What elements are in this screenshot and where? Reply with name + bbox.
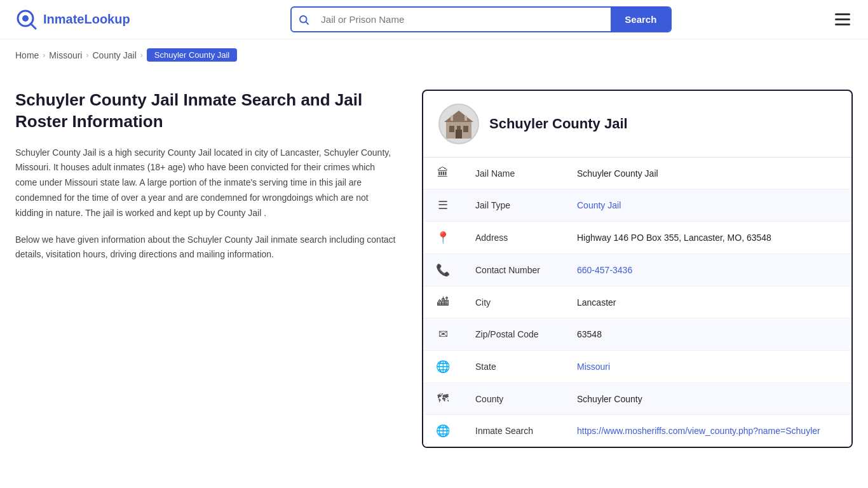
left-column: Schuyler County Jail Inmate Search and J… <box>15 90 422 448</box>
hamburger-menu[interactable] <box>832 11 853 28</box>
row-link[interactable]: Missouri <box>577 362 610 372</box>
breadcrumb-home[interactable]: Home <box>15 50 39 60</box>
breadcrumb-sep-1: › <box>43 51 45 60</box>
row-icon: 🏛 <box>423 158 463 189</box>
row-value: Schuyler County <box>564 383 851 415</box>
table-row: 📍AddressHighway 146 PO Box 355, Lancaste… <box>423 222 851 254</box>
row-label: City <box>463 287 564 318</box>
table-row: 🏙CityLancaster <box>423 287 851 318</box>
row-value[interactable]: 660-457-3436 <box>564 254 851 287</box>
table-row: 🌐Inmate Searchhttps://www.mosheriffs.com… <box>423 415 851 447</box>
svg-marker-6 <box>444 111 473 122</box>
table-row: ✉Zip/Postal Code63548 <box>423 318 851 351</box>
row-label: Zip/Postal Code <box>463 318 564 351</box>
row-link[interactable]: https://www.mosheriffs.com/view_county.p… <box>577 426 820 436</box>
main-content: Schuyler County Jail Inmate Search and J… <box>0 71 868 467</box>
svg-line-2 <box>31 24 36 29</box>
svg-point-3 <box>300 16 307 23</box>
row-icon: ☰ <box>423 189 463 222</box>
row-value[interactable]: County Jail <box>564 189 851 222</box>
row-icon: 🗺 <box>423 383 463 415</box>
breadcrumb: Home › Missouri › County Jail › Schuyler… <box>0 39 868 71</box>
row-icon: 📍 <box>423 222 463 254</box>
info-card: Schuyler County Jail 🏛Jail NameSchuyler … <box>422 90 853 448</box>
svg-rect-10 <box>456 130 462 139</box>
breadcrumb-sep-2: › <box>86 51 88 60</box>
row-icon: 🏙 <box>423 287 463 318</box>
row-link[interactable]: County Jail <box>577 200 621 210</box>
search-icon <box>292 14 316 25</box>
row-label: Inmate Search <box>463 415 564 447</box>
breadcrumb-state[interactable]: Missouri <box>49 50 82 60</box>
logo-icon <box>15 8 38 31</box>
breadcrumb-current: Schuyler County Jail <box>147 48 238 62</box>
row-label: County <box>463 383 564 415</box>
row-icon: ✉ <box>423 318 463 351</box>
card-jail-name: Schuyler County Jail <box>489 116 628 132</box>
page-title: Schuyler County Jail Inmate Search and J… <box>15 90 397 133</box>
row-icon: 📞 <box>423 254 463 287</box>
svg-point-1 <box>22 15 29 22</box>
row-icon: 🌐 <box>423 415 463 447</box>
logo-text: InmateLookup <box>43 12 130 27</box>
info-card-header: Schuyler County Jail <box>423 91 851 158</box>
search-input[interactable] <box>316 8 611 31</box>
row-label: Jail Name <box>463 158 564 189</box>
logo-link[interactable]: InmateLookup <box>15 8 130 31</box>
row-value[interactable]: https://www.mosheriffs.com/view_county.p… <box>564 415 851 447</box>
row-value: Schuyler County Jail <box>564 158 851 189</box>
info-table: 🏛Jail NameSchuyler County Jail☰Jail Type… <box>423 158 851 447</box>
right-column: Schuyler County Jail 🏛Jail NameSchuyler … <box>422 90 853 448</box>
row-value: 63548 <box>564 318 851 351</box>
table-row: 🏛Jail NameSchuyler County Jail <box>423 158 851 189</box>
page-description-1: Schuyler County Jail is a high security … <box>15 146 397 221</box>
row-value: Highway 146 PO Box 355, Lancaster, MO, 6… <box>564 222 851 254</box>
table-row: 🗺CountySchuyler County <box>423 383 851 415</box>
row-label: State <box>463 351 564 383</box>
row-value[interactable]: Missouri <box>564 351 851 383</box>
page-description-2: Below we have given information about th… <box>15 233 397 263</box>
row-label: Address <box>463 222 564 254</box>
table-row: ☰Jail TypeCounty Jail <box>423 189 851 222</box>
svg-rect-7 <box>449 126 454 132</box>
jail-building-icon <box>443 108 475 140</box>
svg-line-4 <box>306 22 309 24</box>
breadcrumb-sep-3: › <box>140 51 143 60</box>
svg-rect-9 <box>463 126 468 132</box>
jail-avatar <box>438 104 479 144</box>
table-row: 🌐StateMissouri <box>423 351 851 383</box>
site-header: InmateLookup Search <box>0 0 868 39</box>
row-link[interactable]: 660-457-3436 <box>577 265 632 275</box>
breadcrumb-type[interactable]: County Jail <box>92 50 136 60</box>
search-wrapper: Search <box>290 6 672 32</box>
row-value: Lancaster <box>564 287 851 318</box>
row-icon: 🌐 <box>423 351 463 383</box>
row-label: Jail Type <box>463 189 564 222</box>
svg-rect-11 <box>451 116 453 121</box>
table-row: 📞Contact Number660-457-3436 <box>423 254 851 287</box>
svg-rect-12 <box>465 116 467 121</box>
row-label: Contact Number <box>463 254 564 287</box>
search-area: Search <box>290 6 672 32</box>
search-button[interactable]: Search <box>611 8 670 31</box>
